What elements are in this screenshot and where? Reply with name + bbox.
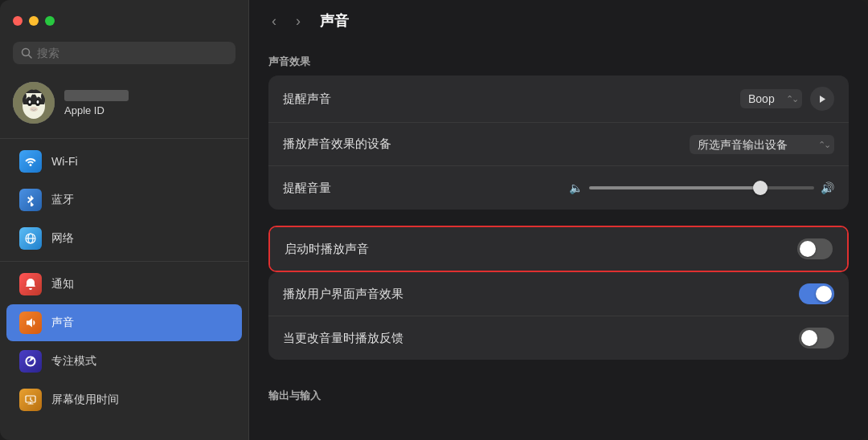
maximize-button[interactable] bbox=[45, 16, 55, 26]
main-content: ‹ › 声音 声音效果 提醒声音 Boop Funk Glass Hero Mo… bbox=[249, 0, 868, 440]
back-button[interactable]: ‹ bbox=[268, 11, 280, 31]
close-button[interactable] bbox=[13, 16, 23, 26]
volume-feedback-row: 当更改音量时播放反馈 bbox=[268, 316, 849, 360]
search-icon bbox=[21, 47, 32, 59]
divider-1 bbox=[0, 138, 248, 139]
network-icon bbox=[19, 227, 42, 250]
volume-high-icon: 🔊 bbox=[821, 181, 834, 194]
apple-id-section[interactable]: Apple ID bbox=[0, 74, 248, 135]
svg-line-1 bbox=[29, 55, 32, 59]
playback-device-label: 播放声音效果的设备 bbox=[283, 136, 690, 152]
ui-sounds-toggle[interactable] bbox=[799, 283, 834, 304]
alert-sound-row: 提醒声音 Boop Funk Glass Hero Morse bbox=[268, 75, 849, 123]
playback-device-row: 播放声音效果的设备 所选声音输出设备 bbox=[268, 123, 849, 166]
sidebar: Apple ID Wi-Fi 蓝牙 网络 bbox=[0, 0, 249, 440]
sidebar-item-sound[interactable]: 声音 bbox=[6, 304, 242, 341]
bluetooth-icon bbox=[19, 189, 42, 211]
page-title: 声音 bbox=[320, 11, 349, 31]
notify-icon bbox=[19, 273, 42, 295]
sidebar-label-sound: 声音 bbox=[51, 316, 74, 330]
sidebar-label-bluetooth: 蓝牙 bbox=[51, 193, 74, 207]
minimize-button[interactable] bbox=[29, 16, 39, 26]
svg-point-7 bbox=[37, 100, 39, 104]
volume-feedback-toggle-knob bbox=[801, 330, 817, 346]
section-header-sound-effects: 声音效果 bbox=[268, 42, 849, 75]
svg-point-6 bbox=[29, 100, 31, 104]
startup-sound-row: 启动时播放声音 bbox=[270, 227, 847, 271]
alert-sound-dropdown[interactable]: Boop Funk Glass Hero Morse bbox=[740, 89, 802, 108]
content-area: 声音效果 提醒声音 Boop Funk Glass Hero Morse bbox=[249, 42, 868, 440]
sidebar-item-bluetooth[interactable]: 蓝牙 bbox=[6, 181, 242, 218]
ui-sounds-row: 播放用户界面声音效果 bbox=[268, 272, 849, 316]
startup-sound-toggle[interactable] bbox=[797, 238, 833, 259]
play-alert-button[interactable] bbox=[810, 87, 834, 111]
alert-sound-dropdown-wrapper[interactable]: Boop Funk Glass Hero Morse bbox=[740, 89, 802, 108]
alert-volume-slider[interactable] bbox=[589, 186, 814, 189]
sidebar-item-network[interactable]: 网络 bbox=[6, 220, 242, 257]
wifi-icon bbox=[19, 150, 42, 173]
sidebar-item-wifi[interactable]: Wi-Fi bbox=[6, 143, 242, 180]
sidebar-item-notifications[interactable]: 通知 bbox=[6, 266, 242, 303]
focus-icon bbox=[19, 350, 42, 373]
apple-id-info: Apple ID bbox=[64, 90, 129, 116]
sidebar-label-focus: 专注模式 bbox=[51, 354, 96, 369]
ui-sounds-card: 播放用户界面声音效果 当更改音量时播放反馈 bbox=[268, 272, 849, 360]
alert-sound-label: 提醒声音 bbox=[283, 92, 740, 107]
forward-button[interactable]: › bbox=[293, 11, 304, 31]
playback-device-dropdown-wrapper[interactable]: 所选声音输出设备 bbox=[690, 135, 834, 154]
divider-2 bbox=[0, 261, 248, 262]
playback-device-dropdown[interactable]: 所选声音输出设备 bbox=[690, 135, 834, 154]
avatar bbox=[13, 82, 55, 124]
apple-id-username bbox=[64, 90, 129, 101]
sidebar-item-screentime[interactable]: 屏幕使用时间 bbox=[6, 381, 242, 418]
startup-sound-wrapper: 启动时播放声音 bbox=[268, 226, 849, 272]
ui-sounds-toggle-knob bbox=[816, 286, 832, 302]
alert-sound-control: Boop Funk Glass Hero Morse bbox=[740, 87, 834, 111]
sidebar-item-focus[interactable]: 专注模式 bbox=[6, 343, 242, 380]
sidebar-label-notifications: 通知 bbox=[51, 277, 74, 291]
volume-feedback-toggle[interactable] bbox=[799, 328, 834, 348]
startup-sound-control bbox=[797, 238, 833, 259]
search-input[interactable] bbox=[37, 47, 227, 59]
alert-volume-control: 🔈 🔊 bbox=[569, 181, 834, 194]
ui-sounds-label: 播放用户界面声音效果 bbox=[283, 287, 799, 302]
sidebar-label-wifi: Wi-Fi bbox=[51, 155, 78, 168]
volume-feedback-label: 当更改音量时播放反馈 bbox=[283, 331, 799, 346]
search-bar[interactable] bbox=[13, 42, 235, 64]
playback-device-control: 所选声音输出设备 bbox=[690, 135, 834, 154]
ui-sounds-control bbox=[799, 283, 834, 304]
section-header-io: 输出与输入 bbox=[268, 376, 849, 409]
titlebar bbox=[0, 0, 248, 42]
startup-sound-label: 启动时播放声音 bbox=[285, 242, 797, 257]
alert-volume-row: 提醒音量 🔈 🔊 bbox=[268, 166, 849, 210]
screen-icon bbox=[19, 389, 42, 411]
sound-icon bbox=[19, 312, 42, 334]
sound-effects-card: 提醒声音 Boop Funk Glass Hero Morse bbox=[268, 75, 849, 210]
volume-low-icon: 🔈 bbox=[569, 181, 583, 194]
svg-point-8 bbox=[30, 107, 38, 112]
volume-feedback-control bbox=[799, 328, 834, 348]
main-titlebar: ‹ › 声音 bbox=[249, 0, 868, 42]
svg-marker-13 bbox=[820, 96, 825, 103]
sidebar-label-screentime: 屏幕使用时间 bbox=[51, 393, 119, 407]
sidebar-label-network: 网络 bbox=[51, 231, 74, 246]
startup-sound-toggle-knob bbox=[800, 241, 816, 257]
apple-id-label: Apple ID bbox=[64, 104, 129, 116]
alert-volume-label: 提醒音量 bbox=[283, 181, 569, 196]
